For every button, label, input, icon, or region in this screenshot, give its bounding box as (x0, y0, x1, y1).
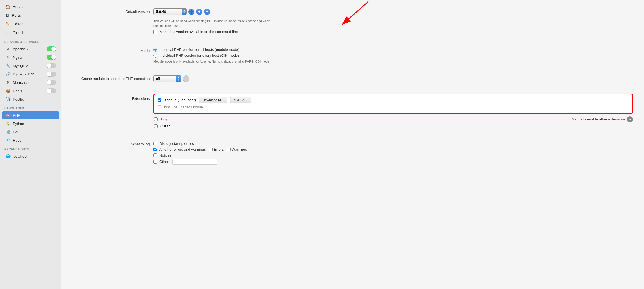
sidebar-item-editor[interactable]: ✏️ Editor (2, 20, 59, 28)
cache-down-btn[interactable]: ▼ (176, 79, 181, 82)
mysql-icon: 🔧 (6, 63, 11, 68)
log-others-checkbox[interactable] (153, 160, 157, 164)
recent-hosts-section-header: RECENT HOSTS (0, 144, 61, 152)
log-startup-checkbox[interactable] (153, 142, 157, 145)
version-copy-btn[interactable]: ➕ (188, 9, 194, 15)
sidebar-item-ports[interactable]: 🖥 Ports (2, 11, 59, 20)
sidebar-item-memcached[interactable]: M Memcached (2, 79, 59, 86)
sidebar-item-apache-label: Apache ✓ (13, 47, 44, 51)
sidebar-item-mysql-label: MySQL ✓ (13, 64, 44, 68)
cache-controls: off ▲ ▼ → (153, 75, 189, 82)
what-to-log-row: What to log: Display startup errors All … (73, 141, 633, 165)
manually-label: Manually enable other extensions (571, 117, 626, 121)
sidebar-item-redis[interactable]: 📦 Redis (2, 87, 59, 95)
version-down-btn[interactable]: ▼ (182, 12, 186, 15)
sidebar-item-python-label: Python (13, 122, 56, 126)
extensions-content: Xdebug (Debugger) Download M... cGDBp...… (153, 94, 633, 130)
apache-toggle[interactable] (47, 46, 56, 51)
sidebar-item-mysql[interactable]: 🔧 MySQL ✓ (2, 62, 59, 70)
log-all-errors-label: All other errors and warnings (159, 147, 206, 151)
version-remove-btn[interactable]: − (204, 9, 210, 15)
languages-section-header: LANGUAGES (0, 103, 61, 111)
nginx-toggle[interactable] (47, 55, 56, 60)
sidebar-item-postfix[interactable]: ✈️ Postfix (2, 95, 59, 103)
tidy-label: Tidy (160, 117, 167, 121)
oauth-checkbox[interactable] (154, 124, 158, 128)
extensions-row: Extensions: Xdebug (Debugger) Download M… (73, 94, 633, 130)
dynamicdns-icon: 🔗 (6, 72, 11, 77)
dynamicdns-toggle[interactable] (47, 72, 56, 77)
php-icon: php (6, 113, 11, 118)
sidebar-item-cloud[interactable]: ☁️ Cloud (2, 29, 59, 37)
make-available-checkbox[interactable] (153, 30, 157, 34)
cache-label: Cache module to speed up PHP execution: (73, 75, 151, 81)
sidebar-item-localhost[interactable]: 🌐 localhost (2, 152, 59, 160)
default-version-hint-row: This version will be used when running P… (73, 19, 633, 28)
default-version-hint: This version will be used when running P… (153, 19, 271, 28)
errors-sub-checkbox[interactable] (209, 148, 213, 151)
mode-row: Mode: Identical PHP version for all host… (73, 48, 633, 64)
oauth-row: Oauth (154, 124, 633, 128)
ext2-checkbox[interactable] (158, 105, 161, 109)
default-version-select[interactable]: 5.6.40 (154, 9, 182, 15)
sidebar-item-python[interactable]: 🐍 Python (2, 120, 59, 127)
tidy-checkbox[interactable] (154, 117, 158, 121)
version-up-btn[interactable]: ▲ (182, 9, 186, 12)
sidebar-item-perl[interactable]: ⚙️ Perl (2, 128, 59, 136)
servers-section-header: SERVERS & SERVICES (0, 37, 61, 45)
sidebar-item-hosts[interactable]: 🏠 Hosts (2, 3, 59, 11)
default-version-select-wrapper[interactable]: 5.6.40 ▲ ▼ (153, 8, 187, 15)
cache-arrow-btn[interactable]: → (183, 75, 189, 82)
log-notices-row: Notices (153, 153, 247, 157)
sidebar-item-cloud-label: Cloud (13, 30, 23, 35)
log-notices-checkbox[interactable] (153, 153, 157, 157)
xdebug-checkbox[interactable] (158, 98, 161, 102)
sidebar-item-apache[interactable]: A Apache ✓ (2, 45, 59, 53)
cloud-icon: ☁️ (6, 30, 10, 35)
sidebar-item-localhost-label: localhost (13, 154, 56, 158)
perl-icon: ⚙️ (6, 129, 11, 134)
tidy-row: Tidy Manually enable other extensions → (154, 116, 633, 122)
sidebar-item-ruby[interactable]: 💎 Ruby (2, 136, 59, 144)
log-startup-label: Display startup errors (159, 141, 194, 146)
redis-icon: 📦 (6, 88, 11, 93)
redis-toggle[interactable] (47, 88, 56, 93)
cache-up-btn[interactable]: ▲ (176, 76, 181, 79)
xdebug-label: Xdebug (Debugger) (164, 98, 196, 102)
memcached-toggle[interactable] (47, 80, 56, 85)
gcdbp-btn[interactable]: cGDBp... (230, 97, 251, 103)
mode2-label: Individual PHP version for every host (C… (160, 53, 239, 58)
warnings-sub-label: Warnings (232, 147, 247, 151)
download-btn[interactable]: Download M... (199, 97, 227, 103)
sidebar-item-dynamicdns[interactable]: 🔗 Dynamic DNS (2, 70, 59, 78)
default-version-row: Default version: 5.6.40 ▲ ▼ ➕ + − (73, 8, 633, 15)
cache-select-wrapper[interactable]: off ▲ ▼ (153, 75, 181, 82)
mode-hint: Module mode is only available for Apache… (153, 59, 270, 64)
cache-select[interactable]: off (154, 76, 176, 82)
sidebar-item-redis-label: Redis (13, 89, 44, 93)
cache-stepper: ▲ ▼ (176, 76, 181, 82)
sidebar-item-dynamicdns-label: Dynamic DNS (13, 72, 44, 76)
memcached-icon: M (6, 80, 11, 85)
mysql-toggle[interactable] (47, 63, 56, 68)
version-add-btn[interactable]: + (196, 9, 202, 15)
mode1-radio[interactable] (153, 48, 157, 52)
sidebar-item-php[interactable]: php PHP (2, 111, 59, 119)
log-all-errors-checkbox[interactable] (153, 148, 157, 151)
log-notices-label: Notices (159, 153, 171, 157)
log-others-input[interactable] (172, 159, 217, 165)
hosts-icon: 🏠 (6, 4, 10, 9)
sidebar-item-nginx[interactable]: G Nginx (2, 53, 59, 61)
default-version-controls: 5.6.40 ▲ ▼ ➕ + − (153, 8, 210, 15)
divider-2 (73, 70, 633, 70)
manually-btn[interactable]: Manually enable other extensions → (571, 116, 633, 122)
warnings-sub-checkbox[interactable] (227, 148, 231, 151)
make-available-row: Make this version available on the comma… (73, 30, 633, 36)
mode1-label: Identical PHP version for all hosts (mod… (160, 48, 239, 52)
errors-warnings-group: Errors Warnings (209, 147, 247, 151)
default-version-label: Default version: (73, 8, 151, 14)
sidebar-item-editor-label: Editor (13, 22, 23, 26)
mode2-radio[interactable] (153, 54, 157, 58)
partial-ext-row: ionCube Loader Module... (158, 105, 629, 109)
sidebar-item-perl-label: Perl (13, 130, 56, 134)
